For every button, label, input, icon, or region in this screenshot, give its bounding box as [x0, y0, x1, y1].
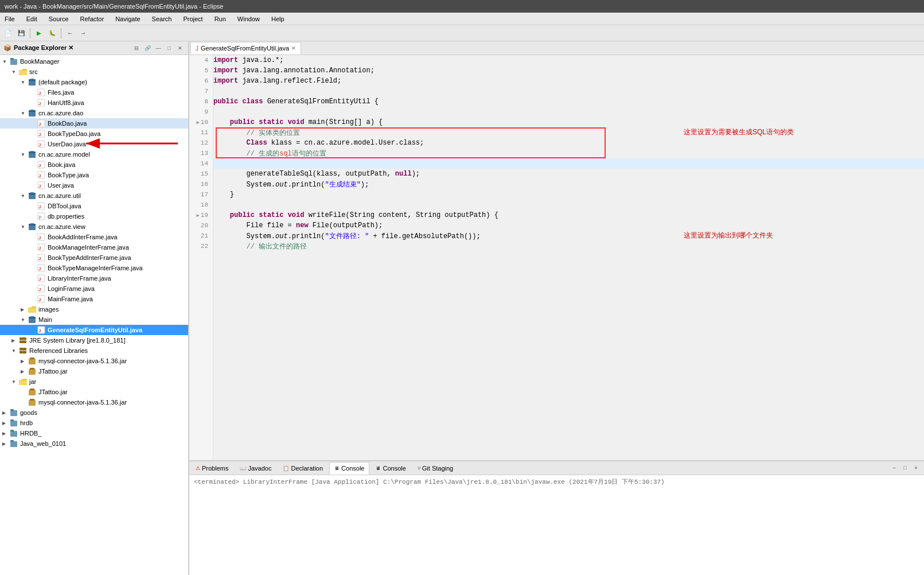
tree-item-referenced-libs[interactable]: ▼Referenced Libraries	[0, 345, 188, 356]
tree-item-booktypeaddinterframe-java[interactable]: JBookTypeAddInterFrame.java	[0, 252, 188, 263]
code-line-4: import java.io.*;	[213, 55, 924, 65]
bottom-tab-javadoc[interactable]: 📖 Javadoc	[235, 462, 276, 475]
svg-text:J: J	[38, 256, 41, 261]
bottom-tab-declaration[interactable]: 📋 Declaration	[278, 462, 328, 475]
tree-item-src[interactable]: ▼src	[0, 67, 188, 77]
editor-right: 456789▶101112131415161718▶19202122 impor…	[189, 55, 924, 575]
code-line-21: System.out.println("文件路径: " + file.getAb…	[213, 231, 924, 241]
tree-item-loginframe-java[interactable]: JLoginFrame.java	[0, 283, 188, 294]
package-explorer-icon: 📦	[3, 44, 11, 52]
menu-source[interactable]: Source	[46, 15, 71, 23]
tree-icon-bookdao-java: J	[37, 119, 46, 128]
tree-icon-cn-ac-azure-util	[28, 191, 37, 200]
tree-item-hrdb2[interactable]: ▶HRDB_	[0, 428, 188, 438]
tree-item-mysql-jar[interactable]: ▶mysql-connector-java-5.1.36.jar	[0, 356, 188, 366]
menu-project[interactable]: Project	[181, 15, 205, 23]
tree-item-files-java[interactable]: JFiles.java	[0, 87, 188, 98]
tree-item-mainframe-java[interactable]: JMainFrame.java	[0, 294, 188, 304]
tree-item-default-pkg[interactable]: ▼(default package)	[0, 77, 188, 87]
tree-item-goods[interactable]: ▶goods	[0, 407, 188, 418]
tree-item-cn-ac-azure-model[interactable]: ▼cn.ac.azure.model	[0, 149, 188, 160]
svg-rect-67	[30, 399, 34, 401]
menu-run[interactable]: Run	[212, 15, 228, 23]
tree-item-java-web[interactable]: ▶Java_web_0101	[0, 438, 188, 449]
tree-item-hrdb[interactable]: ▶hrdb	[0, 418, 188, 428]
tree-item-bookmanager[interactable]: ▼BookManager	[0, 56, 188, 67]
debug-button[interactable]: 🐛	[46, 28, 58, 39]
tree-item-bookdao-java[interactable]: JBookDao.java	[0, 118, 188, 129]
link-icon[interactable]: 🔗	[143, 44, 152, 53]
tree-item-booktypedao-java[interactable]: JBookTypeDao.java	[0, 129, 188, 139]
tree-item-cn-ac-azure-dao[interactable]: ▼cn.ac.azure.dao	[0, 108, 188, 118]
tree-item-user-java[interactable]: JUser.java	[0, 180, 188, 191]
tree-item-jtattoo-jar2[interactable]: JTattoo.jar	[0, 387, 188, 397]
svg-rect-2	[29, 80, 36, 86]
tree-item-cn-ac-azure-util[interactable]: ▼cn.ac.azure.util	[0, 191, 188, 201]
minimize-icon[interactable]: —	[154, 44, 163, 53]
maximize-bottom-icon[interactable]: □	[900, 464, 910, 473]
maximize-icon[interactable]: □	[165, 44, 174, 53]
bottom-tab-gitstaging[interactable]: ⑂ Git Staging	[412, 462, 458, 475]
forward-button[interactable]: →	[77, 28, 89, 39]
svg-text:J: J	[38, 266, 41, 271]
collapse-icon[interactable]: ⊟	[132, 44, 141, 53]
tree-item-mysql-jar2[interactable]: mysql-connector-java-5.1.36.jar	[0, 397, 188, 407]
tree-item-jre-system[interactable]: ▶JRE System Library [jre1.8.0_181]	[0, 335, 188, 345]
tree-label-booktype-java: BookType.java	[48, 172, 186, 178]
bottom-tab-console2[interactable]: 🖥 Console	[371, 462, 411, 475]
tree-item-main[interactable]: ▼Main	[0, 314, 188, 325]
tree-icon-dbtool-java: J	[37, 201, 46, 211]
tree-item-dbtool-java[interactable]: JDBTool.java	[0, 201, 188, 211]
tree-label-files-java: Files.java	[48, 89, 186, 96]
tree-area[interactable]: ▼BookManager▼src▼(default package)JFiles…	[0, 55, 188, 575]
tree-item-db-properties[interactable]: pdb.properties	[0, 211, 188, 222]
tree-item-userdao-java[interactable]: JUserDao.java	[0, 139, 188, 149]
tree-item-cn-ac-azure-view[interactable]: ▼cn.ac.azure.view	[0, 222, 188, 232]
svg-rect-53	[30, 316, 34, 317]
tree-item-booktype-java[interactable]: JBookType.java	[0, 170, 188, 180]
back-button[interactable]: ←	[64, 28, 76, 39]
tree-arrow-main: ▼	[21, 317, 28, 323]
bottom-tab-console[interactable]: 🖥 Console	[329, 462, 369, 475]
tree-arrow-default-pkg: ▼	[21, 80, 28, 85]
tree-label-dbtool-java: DBTool.java	[48, 203, 186, 209]
menu-search[interactable]: Search	[150, 15, 174, 23]
new-button[interactable]: 📄	[2, 28, 14, 39]
close-icon[interactable]: ✕	[176, 44, 185, 53]
menu-file[interactable]: File	[2, 15, 17, 23]
svg-rect-75	[10, 440, 14, 442]
svg-text:J: J	[38, 204, 41, 209]
run-button[interactable]: ▶	[33, 28, 45, 39]
menu-edit[interactable]: Edit	[24, 15, 40, 23]
tree-icon-mysql-jar2	[28, 398, 37, 407]
tree-item-bookmanageinterframe-java[interactable]: JBookManageInterFrame.java	[0, 242, 188, 252]
svg-rect-63	[30, 368, 34, 370]
tree-item-libraryinterframe-java[interactable]: JLibraryInterFrame.java	[0, 273, 188, 283]
code-line-18	[213, 200, 924, 210]
minimize-bottom-icon[interactable]: —	[890, 464, 899, 473]
editor-tab-generatesql[interactable]: J GenerateSqlFromEntityUtil.java ✕	[190, 42, 301, 55]
tree-item-hanutf8-java[interactable]: JHanUtf8.java	[0, 98, 188, 108]
tab-close[interactable]: ✕	[291, 45, 296, 51]
tree-item-book-java[interactable]: JBook.java	[0, 160, 188, 170]
menu-navigate[interactable]: Navigate	[113, 15, 142, 23]
git-icon: ⑂	[418, 465, 420, 471]
code-lines-container[interactable]: import java.io.*;import java.lang.annota…	[213, 55, 924, 460]
tree-item-jar-folder[interactable]: ▼jar	[0, 376, 188, 387]
save-button[interactable]: 💾	[15, 28, 27, 39]
svg-rect-62	[29, 369, 36, 375]
tree-item-generatesql-java[interactable]: JGenerateSqlFromEntityUtil.java	[0, 325, 188, 335]
tree-icon-jtattoo-jar2	[28, 387, 37, 397]
tree-item-jtattoo-jar[interactable]: ▶JTattoo.jar	[0, 366, 188, 376]
menu-refactor[interactable]: Refactor	[78, 15, 107, 23]
close-bottom-icon[interactable]: ✕	[911, 464, 921, 473]
tree-item-images[interactable]: ▶images	[0, 304, 188, 314]
menu-help[interactable]: Help	[269, 15, 287, 23]
line-num-4: 4	[189, 55, 213, 65]
bottom-tab-problems[interactable]: ⚠ Problems	[190, 462, 233, 475]
tree-item-bookaddinterframe-java[interactable]: JBookAddInterFrame.java	[0, 232, 188, 242]
menu-window[interactable]: Window	[235, 15, 262, 23]
tree-label-bookdao-java: BookDao.java	[48, 120, 186, 127]
tree-item-booktypemanageinterframe-java[interactable]: JBookTypeManageInterFrame.java	[0, 263, 188, 273]
tree-label-booktypeaddinterframe-java: BookTypeAddInterFrame.java	[48, 254, 186, 261]
